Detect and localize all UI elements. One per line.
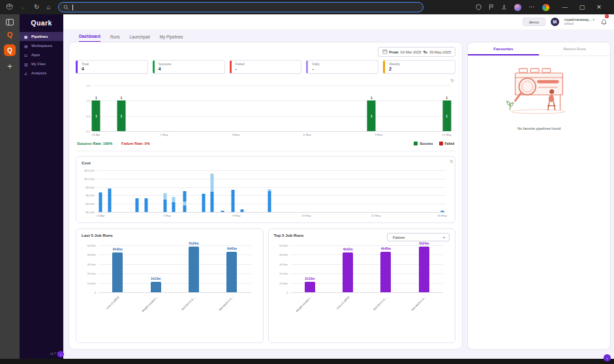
bar-value-label: 1 (120, 96, 122, 100)
to-date-value[interactable]: 30-May-2025 (429, 50, 451, 54)
cost-bar-segment (136, 198, 139, 212)
cost-bar[interactable] (108, 189, 111, 212)
cost-bar[interactable] (202, 194, 205, 212)
y-axis-tick: 5h33m (279, 244, 288, 247)
sidebar-item-pipelines[interactable]: ⊞Pipelines (20, 32, 63, 41)
browser-logo-icon[interactable] (6, 1, 13, 13)
cost-bar[interactable] (99, 192, 102, 212)
sidebar-item-workspaces[interactable]: ▤Workspaces (20, 41, 63, 50)
job-run-bar[interactable]: 4h45m (380, 252, 391, 292)
runs-bar[interactable]: 11 (442, 100, 451, 131)
analytics-icon: ∠ (24, 71, 29, 76)
job-run-bar[interactable]: 5h24m (419, 247, 429, 292)
home-icon[interactable]: ⌂ (46, 4, 50, 10)
shield-icon[interactable] (476, 1, 482, 13)
demo-button[interactable]: demo (523, 18, 545, 26)
panel-tab-favourites[interactable]: Favourites (468, 42, 539, 55)
sidebar-item-my-files[interactable]: ▥My Files (20, 59, 63, 68)
tab-launchpad[interactable]: Launchpad (130, 35, 150, 42)
stat-value: 4 (82, 67, 144, 71)
x-axis-tick: 24 Apr (97, 214, 105, 217)
cost-bar[interactable] (440, 211, 444, 212)
date-range-filter[interactable]: From 02-Mar-2025 To 30-May-2025 (378, 47, 455, 57)
job-run-bar[interactable]: 4h45m (226, 252, 237, 292)
y-axis-tick: 3h20m (87, 262, 96, 265)
cost-bar[interactable] (221, 211, 224, 212)
panel-tab-recent-runs[interactable]: Recent Runs (539, 42, 610, 55)
stat-label: Success (159, 62, 221, 66)
top5-chart: 5h33m4h26m3h20m2h13m1h06m01h13mweight-mo… (291, 245, 444, 292)
cost-bar[interactable] (164, 193, 167, 212)
y-axis-tick: 2h13m (87, 272, 96, 275)
user-role: default (564, 22, 594, 26)
x-axis-tick: 1 May (161, 133, 168, 136)
cost-bar[interactable] (240, 209, 243, 212)
quark-tab-icon-active[interactable]: Q (4, 44, 16, 56)
y-axis-tick: 3h20m (279, 262, 288, 265)
more-icon[interactable]: ⋯ (529, 4, 535, 10)
cost-bar[interactable] (232, 190, 235, 212)
tab-runs[interactable]: Runs (110, 35, 120, 42)
scroll-right-fab[interactable]: › (604, 354, 611, 361)
y-axis-tick: 1.5 (86, 84, 90, 87)
runs-bar[interactable]: 11 (117, 100, 125, 131)
browser-profile-avatar[interactable] (514, 4, 521, 11)
user-menu[interactable]: mpadmanaway... ▾ default (564, 18, 594, 25)
sidebar-item-analytics[interactable]: ∠Analytics (20, 68, 63, 78)
cost-bar[interactable] (144, 198, 147, 212)
from-date-value[interactable]: 02-Mar-2025 (401, 50, 422, 54)
back-icon[interactable]: ← (20, 4, 27, 10)
bar-value-label: 4h42m (113, 248, 123, 251)
job-run-bar[interactable]: 1h13m (151, 282, 161, 292)
runs-bar[interactable]: 11 (92, 100, 100, 131)
tab-dashboard[interactable]: Dashboard (79, 34, 100, 42)
y-axis-tick: $3,000 (86, 202, 95, 205)
notifications-button[interactable]: 2 (601, 16, 607, 28)
url-bar[interactable] (58, 2, 423, 12)
user-avatar[interactable]: M (551, 18, 559, 26)
cost-bar[interactable] (211, 174, 214, 212)
tab-manager-icon[interactable] (6, 19, 14, 25)
refresh-icon[interactable]: ↻ (34, 4, 39, 10)
runs-bar[interactable]: 11 (367, 100, 376, 131)
sort-dropdown[interactable]: Fastest ▼ (387, 233, 450, 241)
stat-card-success[interactable]: Success4 (153, 60, 225, 74)
gridline (93, 85, 450, 86)
stat-value: - (312, 67, 374, 71)
legend-label: Failed (445, 142, 454, 145)
quark-tab-icon[interactable]: Q (7, 31, 13, 38)
refresh-icon[interactable]: ↻ (450, 78, 454, 83)
sidebar-toggle-fab[interactable]: ‹ (57, 351, 64, 357)
cost-bar-segment (183, 191, 186, 202)
flag-icon[interactable] (489, 1, 494, 13)
sort-dropdown-value: Fastest (393, 235, 405, 239)
minimize-button[interactable]: — (557, 4, 574, 10)
close-button[interactable]: ✕ (591, 4, 607, 10)
cost-bar-segment (440, 211, 444, 212)
copilot-icon[interactable] (542, 4, 549, 11)
cost-bar[interactable] (268, 189, 271, 212)
cost-bar[interactable] (172, 197, 176, 212)
stat-card-daily[interactable]: Daily- (306, 60, 378, 74)
runs-legend: SuccessFailed (414, 142, 454, 145)
download-icon[interactable] (501, 1, 507, 13)
sidebar-item-apps[interactable]: ⊡Apps (20, 50, 63, 59)
stat-card-failed[interactable]: Failed- (230, 60, 302, 74)
x-axis-tick: 30 May (437, 214, 446, 217)
job-run-bar[interactable]: 5h24m (189, 247, 199, 292)
stat-card-total[interactable]: Total4 (76, 60, 148, 74)
job-run-bar[interactable]: 1h13m (305, 282, 315, 292)
cost-bar[interactable] (183, 191, 186, 212)
refresh-icon[interactable]: ↻ (450, 159, 453, 164)
workspaces-icon: ▤ (24, 44, 29, 48)
maximize-button[interactable]: ▢ (574, 4, 591, 10)
job-run-bar[interactable]: 4h42m (112, 252, 123, 292)
job-run-bar[interactable]: 4h42m (343, 252, 353, 292)
tab-my-pipelines[interactable]: My Pipelines (160, 35, 183, 42)
failure-rate-text: Failure Rate: 0% (121, 142, 150, 145)
new-tab-icon[interactable]: + (7, 62, 12, 70)
y-axis-tick: 0.0 (86, 130, 90, 133)
cost-bar[interactable] (136, 198, 139, 212)
stat-card-weekly[interactable]: Weekly2 (383, 60, 455, 74)
gridline (99, 292, 251, 293)
